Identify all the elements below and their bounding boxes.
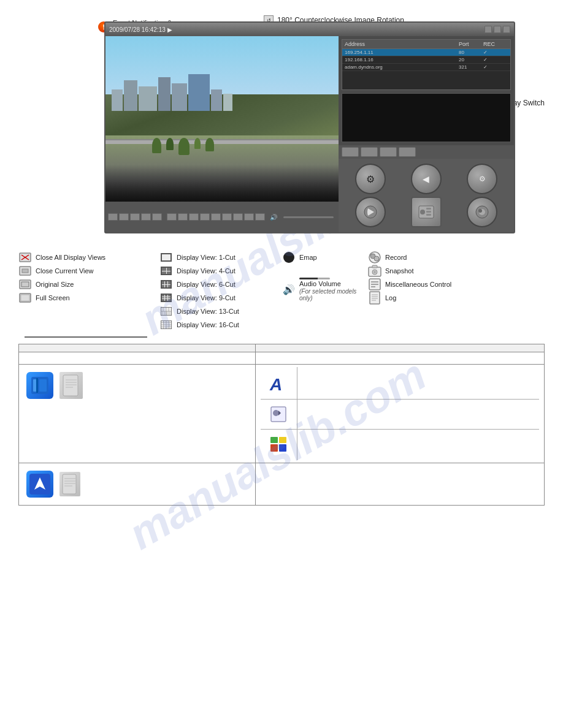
view-9cut-item: Display View: 9-Cut — [159, 291, 282, 305]
table-sub-right-3: A — [261, 367, 539, 460]
log-item: Log — [368, 291, 534, 305]
vc-btn-3[interactable] — [130, 213, 140, 221]
vc-btn-9[interactable] — [200, 213, 210, 221]
vc-btn-5[interactable] — [152, 213, 162, 221]
section-divider — [25, 336, 147, 338]
audio-item: 🔊 Audio Volume (For selected models only… — [282, 276, 368, 303]
svg-rect-15 — [426, 211, 431, 213]
vc-btn-10[interactable] — [211, 213, 221, 221]
playback-button[interactable] — [355, 197, 386, 227]
buildings — [105, 61, 339, 111]
1cut-icon-box — [161, 253, 172, 262]
vc-btn-2[interactable] — [119, 213, 129, 221]
vc-btn-6[interactable] — [167, 213, 177, 221]
view-6cut-label: Display View: 6-Cut — [177, 280, 236, 289]
vc-btn-13[interactable] — [244, 213, 254, 221]
sub-icon-blocks — [261, 430, 297, 460]
view-9cut-label: Display View: 9-Cut — [177, 294, 236, 302]
map-cursor-icon — [26, 471, 53, 498]
full-screen-item: Full Screen — [18, 291, 159, 305]
misc-label: Miscellaneous Control — [385, 280, 451, 289]
video-gradient-overlay — [105, 165, 339, 202]
sub-text-2 — [297, 400, 539, 429]
svg-text:A: A — [269, 375, 282, 394]
cam-address-3: adam.dyndns.org — [345, 64, 459, 70]
view-4cut-icon — [159, 265, 173, 276]
svg-rect-98 — [63, 474, 76, 494]
titlebar-btn-1[interactable] — [484, 26, 492, 33]
emap-icon — [282, 252, 296, 263]
vc-volume-slider[interactable] — [283, 216, 334, 218]
back-button[interactable]: ◀ — [411, 164, 442, 194]
sub-icon-flag — [261, 400, 297, 429]
speaker-icon: 🔊 — [283, 284, 295, 295]
6cut-icon-box — [161, 280, 172, 289]
plants — [152, 138, 339, 155]
audio-volume-group: 🔊 Audio Volume (For selected models only… — [282, 276, 368, 303]
svg-rect-84 — [63, 375, 78, 396]
sub-row-2 — [261, 400, 539, 430]
main-ui-window: 2009/07/28 16:42:13 ▶ — [104, 21, 515, 233]
titlebar-buttons — [484, 26, 510, 33]
cam-list-row-3[interactable]: adam.dyndns.org 321 ✓ — [342, 64, 510, 71]
audio-icon: 🔊 — [282, 284, 296, 295]
log-label: Log — [385, 294, 396, 302]
ptz-icon — [474, 204, 490, 220]
document-icon — [59, 372, 83, 399]
table-cell-2-right — [255, 352, 544, 365]
csb-3[interactable] — [380, 147, 397, 157]
record-icon — [368, 252, 381, 263]
svg-point-13 — [420, 210, 425, 214]
view-4cut-label: Display View: 4-Cut — [177, 267, 236, 275]
doc-page-icon — [59, 472, 80, 496]
svg-rect-16 — [426, 214, 431, 216]
vc-btn-8[interactable] — [189, 213, 199, 221]
misc-item: Miscellaneous Control — [368, 278, 534, 291]
right-pane: Address Port REC 169.254.1.11 80 ✓ 192.1… — [339, 36, 514, 232]
original-size-icon — [18, 279, 32, 290]
vc-btn-14[interactable] — [255, 213, 265, 221]
emap-item: Emap — [282, 251, 368, 264]
titlebar-btn-3[interactable] — [503, 26, 510, 33]
col-address-header: Address — [345, 41, 459, 47]
vc-speaker-icon: 🔊 — [270, 213, 280, 221]
table-section: A — [18, 344, 545, 506]
cam-port-1: 80 — [459, 50, 483, 55]
csb-2[interactable] — [361, 147, 378, 157]
original-size-label: Original Size — [36, 280, 74, 289]
snapshot-legend-item: Snapshot — [368, 264, 534, 278]
vc-btn-4[interactable] — [141, 213, 151, 221]
svg-rect-95 — [270, 437, 278, 443]
4cut-icon-box — [161, 267, 172, 275]
9cut-icon-box — [161, 294, 172, 302]
config-button[interactable]: ⚙ — [467, 164, 497, 194]
titlebar-btn-2[interactable] — [494, 26, 501, 33]
table-cell-3-right: A — [255, 365, 544, 463]
view-16cut-icon — [159, 319, 173, 330]
vc-btn-1[interactable] — [108, 213, 118, 221]
vc-btn-7[interactable] — [178, 213, 188, 221]
view-1cut-item: Display View: 1-Cut — [159, 251, 282, 264]
view-6cut-item: Display View: 6-Cut — [159, 278, 282, 291]
csb-4[interactable] — [399, 147, 416, 157]
vc-btn-11[interactable] — [222, 213, 232, 221]
cell-icon-row-4 — [24, 466, 250, 502]
cam-list-row-2[interactable]: 192.168.1.16 20 ✓ — [342, 56, 510, 64]
audio-sublabel: (For selected models only) — [299, 288, 368, 301]
view-1cut-icon — [159, 252, 173, 263]
csb-1[interactable] — [342, 147, 359, 157]
cam-rec-3: ✓ — [483, 64, 508, 70]
audio-label: Audio Volume — [299, 279, 368, 288]
settings-button[interactable]: ⚙ — [355, 164, 386, 194]
config-icon: ⚙ — [479, 175, 486, 183]
vc-btn-12[interactable] — [233, 213, 243, 221]
record-item: Record — [368, 251, 534, 264]
ui-titlebar: 2009/07/28 16:42:13 ▶ — [105, 23, 514, 36]
misc-icon — [368, 279, 381, 290]
video-controls[interactable]: 🔊 — [105, 202, 339, 232]
svg-rect-96 — [279, 437, 286, 443]
sub-text-3 — [297, 430, 539, 460]
cam-list-row-1[interactable]: 169.254.1.11 80 ✓ — [342, 49, 510, 56]
ptz-button[interactable] — [467, 197, 497, 227]
dvr-control-button[interactable] — [411, 197, 442, 227]
